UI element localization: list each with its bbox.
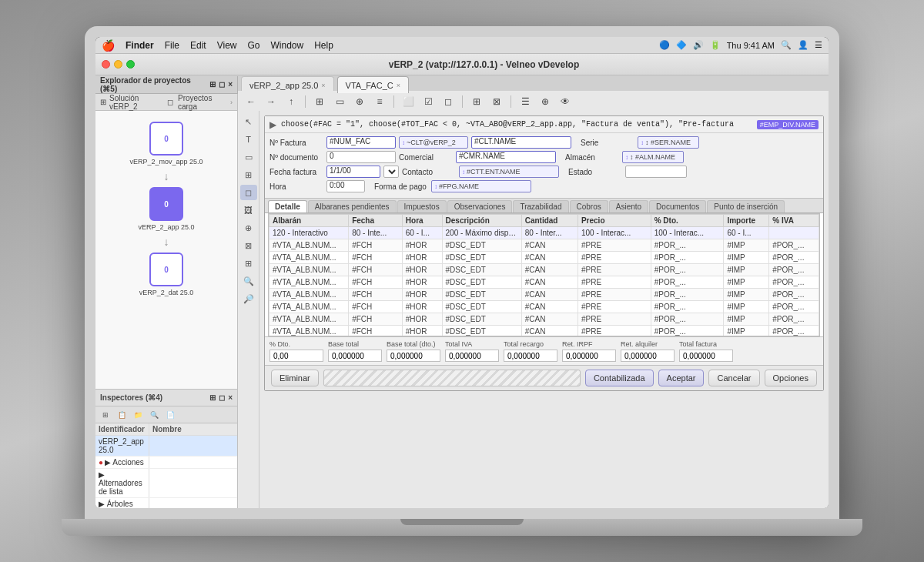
total-iva-value[interactable]: 0,000000 — [445, 350, 499, 362]
table-row-2[interactable]: #VTA_ALB.NUM... #FCH #HOR #DSC_EDT #CAN … — [270, 264, 819, 276]
menu-edit[interactable]: Edit — [190, 40, 206, 51]
tab-cobros[interactable]: Cobros — [570, 200, 608, 212]
close-button[interactable] — [102, 60, 110, 69]
diagram-node-3[interactable]: 0 vERP_2_dat 25.0 — [139, 253, 194, 296]
btn-aceptar[interactable]: Aceptar — [658, 370, 705, 386]
toolbar-check[interactable]: ☑ — [420, 94, 437, 109]
diagram-node-1[interactable]: 0 vERP_2_mov_app 25.0 — [129, 122, 203, 166]
serie-ref[interactable]: ↕ ↕ #SER.NAME — [638, 136, 699, 149]
tab-documentos[interactable]: Documentos — [649, 200, 706, 212]
vt-arrow[interactable]: ↖ — [240, 114, 257, 129]
ret-irpf-value[interactable]: 0,000000 — [562, 350, 616, 362]
minimize-button[interactable] — [114, 60, 122, 69]
table-row-6[interactable]: #VTA_ALB.NUM... #FCH #HOR #DSC_EDT #CAN … — [270, 313, 819, 326]
insp-row-2[interactable]: ▶ Alternadores de lista — [95, 469, 237, 498]
base-total-value[interactable]: 0,000000 — [328, 350, 382, 362]
toolbar-cancel-sel[interactable]: ⊠ — [488, 94, 505, 109]
table-row-4[interactable]: #VTA_ALB.NUM... #FCH #HOR #DSC_EDT #CAN … — [270, 289, 819, 301]
explorer-icon-1[interactable]: ⊞ — [209, 80, 216, 89]
form-canvas[interactable]: ▶ choose(#FAC = "1", choose(#TOT_FAC < 0… — [259, 111, 829, 508]
hora-input[interactable]: 0:00 — [326, 180, 365, 192]
insp-toolbar-btn-5[interactable]: 📄 — [163, 409, 177, 421]
toolbar-rect[interactable]: ▭ — [331, 94, 348, 109]
vt-rect[interactable]: ▭ — [240, 149, 257, 165]
estado-input[interactable] — [625, 166, 687, 178]
fecha-dropdown[interactable]: ▼ — [383, 166, 399, 178]
total-factura-value[interactable]: 0,000000 — [679, 350, 733, 362]
vt-text[interactable]: T — [240, 132, 257, 147]
vt-image[interactable]: 🖼 — [240, 202, 257, 218]
vt-line[interactable]: ⊕ — [240, 220, 257, 236]
detail-table-container[interactable]: Albarán Fecha Hora Descripción Cantidad … — [268, 213, 820, 336]
table-row-3[interactable]: #VTA_ALB.NUM... #FCH #HOR #DSC_EDT #CAN … — [270, 276, 819, 289]
toolbar-arrow-right[interactable]: → — [263, 94, 280, 109]
tab-detalle[interactable]: Detalle — [268, 200, 307, 212]
total-recargo-value[interactable]: 0,000000 — [504, 350, 557, 362]
fpg-ref[interactable]: ↕ #FPG.NAME — [431, 180, 531, 192]
clt-ref[interactable]: ↕ ~CLT@vERP_2 — [399, 136, 468, 149]
toolbar-eye[interactable]: 👁 — [557, 94, 574, 109]
vt-sub[interactable]: ⊠ — [240, 238, 257, 253]
node-box-1[interactable]: 0 — [149, 122, 183, 156]
insp-row-1[interactable]: ●▶ Acciones — [95, 457, 237, 469]
menu-window[interactable]: Window — [271, 40, 304, 51]
tab-punto-insercion[interactable]: Punto de inserción — [707, 200, 785, 212]
vt-tab[interactable]: ⊞ — [240, 256, 257, 271]
cmr-input[interactable]: #CMR.NAME — [456, 151, 556, 163]
insp-toolbar-btn-2[interactable]: 📋 — [115, 409, 129, 421]
alm-ref[interactable]: ↕ ↕ #ALM.NAME — [622, 151, 684, 163]
diagram-node-2[interactable]: 0 vERP_2_app 25.0 — [138, 187, 194, 231]
tab-vta-fac-c[interactable]: VTA_FAC_C × — [337, 76, 409, 93]
vt-field[interactable]: ⊞ — [240, 167, 257, 182]
toolbar-plus[interactable]: ⊕ — [537, 94, 554, 109]
explorer-icon-2[interactable]: ◻ — [219, 80, 225, 89]
toolbar-menu[interactable]: ☰ — [517, 94, 534, 109]
btn-contabilizada[interactable]: Contabilizada — [585, 370, 654, 386]
insp-toolbar-btn-3[interactable]: 📁 — [131, 409, 145, 421]
pct-dto-value[interactable]: 0,00 — [270, 350, 323, 362]
ret-alquiler-value[interactable]: 0,000000 — [621, 350, 675, 362]
menu-finder[interactable]: Finder — [126, 40, 154, 51]
table-row-5[interactable]: #VTA_ALB.NUM... #FCH #HOR #DSC_EDT #CAN … — [270, 301, 819, 313]
ndoc-input[interactable]: 0 — [326, 151, 396, 163]
apple-menu[interactable]: 🍎 — [102, 39, 115, 52]
vt-zoom-in[interactable]: 🔍 — [240, 273, 257, 289]
ctt-ref[interactable]: ↕ #CTT.ENT.NAME — [459, 166, 559, 178]
tab-asiento[interactable]: Asiento — [609, 200, 648, 212]
insp-toolbar-btn-1[interactable]: ⊞ — [99, 409, 112, 421]
table-row-1[interactable]: #VTA_ALB.NUM... #FCH #HOR #DSC_EDT #CAN … — [270, 252, 819, 264]
toolbar-lines[interactable]: ≡ — [371, 94, 388, 109]
explorer-icon-3[interactable]: × — [228, 80, 233, 89]
clt-name-input[interactable]: #CLT.NAME — [471, 136, 571, 149]
menu-view[interactable]: View — [217, 40, 237, 51]
btn-eliminar[interactable]: Eliminar — [271, 370, 319, 386]
toolbar-arrow-left[interactable]: ← — [243, 94, 259, 109]
node-box-2[interactable]: 0 — [149, 187, 183, 221]
tab-close-2[interactable]: × — [397, 82, 400, 89]
menu-file[interactable]: File — [165, 40, 179, 51]
table-row-first[interactable]: 120 - Interactivo 80 - Inte... 60 - I...… — [270, 227, 819, 239]
tab-impuestos[interactable]: Impuestos — [397, 200, 447, 212]
base-total-dto-value[interactable]: 0,000000 — [387, 350, 440, 362]
tab-trazabilidad[interactable]: Trazabilidad — [513, 200, 568, 212]
insp-toolbar-btn-4[interactable]: 🔍 — [147, 409, 161, 421]
toolbar-checkbox[interactable]: ◻ — [440, 94, 457, 109]
table-row-7[interactable]: #VTA_ALB.NUM... #FCH #HOR #DSC_EDT #CAN … — [270, 326, 819, 337]
formula-arrow[interactable]: ▶ — [270, 119, 276, 130]
toolbar-grid[interactable]: ⊞ — [311, 94, 328, 109]
menu-help[interactable]: Help — [314, 40, 333, 51]
tab-close-1[interactable]: × — [321, 82, 325, 89]
toolbar-square[interactable]: ⬜ — [400, 94, 417, 109]
insp-row-0[interactable]: vERP_2_app 25.0 — [95, 436, 237, 457]
tab-albaranes[interactable]: Albaranes pendientes — [308, 200, 397, 212]
btn-cancelar[interactable]: Cancelar — [708, 370, 759, 386]
fecha-input[interactable]: 1/1/00 — [326, 166, 380, 178]
insp-icon-2[interactable]: ◻ — [219, 393, 225, 402]
toolbar-arrow-up[interactable]: ↑ — [283, 94, 300, 109]
maximize-button[interactable] — [126, 60, 135, 69]
table-row-0[interactable]: #VTA_ALB.NUM... #FCH #HOR #DSC_EDT #CAN … — [270, 239, 819, 252]
node-box-3[interactable]: 0 — [149, 253, 183, 286]
menu-go[interactable]: Go — [248, 40, 260, 51]
vt-zoom-out[interactable]: 🔎 — [240, 291, 257, 306]
toolbar-grid2[interactable]: ⊞ — [468, 94, 485, 109]
